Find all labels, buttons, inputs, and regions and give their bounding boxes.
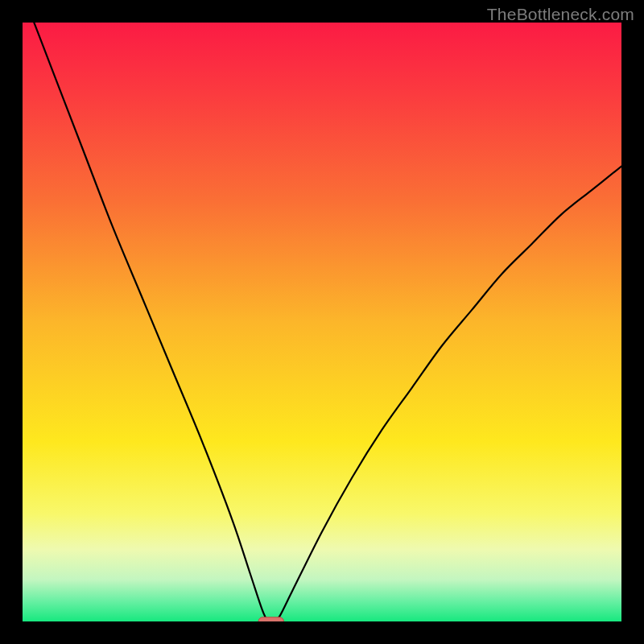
chart-frame: TheBottleneck.com xyxy=(0,0,644,644)
plot-area xyxy=(23,23,621,621)
watermark-text: TheBottleneck.com xyxy=(487,5,634,24)
chart-svg xyxy=(23,23,621,621)
optimal-marker xyxy=(258,617,283,621)
